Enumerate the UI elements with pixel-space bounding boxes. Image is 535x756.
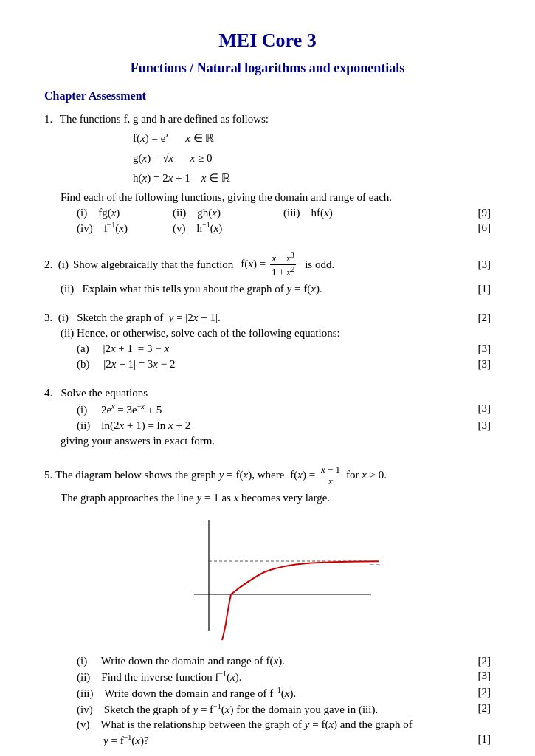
q5i-marks: [2] bbox=[461, 655, 491, 667]
q3ii-intro: (ii) Hence, or otherwise, solve each of … bbox=[61, 327, 491, 340]
question-4: 4. Solve the equations (i) 2ex = 3e−x + … bbox=[44, 387, 491, 447]
chapter-heading: Chapter Assessment bbox=[44, 89, 491, 103]
subtitle: Functions / Natural logarithms and expon… bbox=[44, 61, 491, 76]
q4-intro: 4. Solve the equations bbox=[44, 387, 491, 399]
q5-formula: f(x) = x − 1 x bbox=[290, 464, 343, 487]
q1-intro: The functions f, g and h are defined as … bbox=[60, 113, 269, 125]
q4ii-marks: [3] bbox=[461, 419, 491, 432]
q2ii-text: (ii) Explain what this tells you about t… bbox=[61, 283, 461, 295]
q1-sub-v: (v) h−1(x) bbox=[173, 221, 461, 235]
q5iii-text: (iii) Write down the domain and range of… bbox=[77, 686, 461, 700]
q5-number: 5. bbox=[44, 469, 52, 481]
q1-number: 1. bbox=[44, 113, 52, 125]
q4ii-text: (ii) ln(2x + 1) = ln x + 2 bbox=[77, 419, 461, 432]
q2i-cont: is odd. bbox=[305, 258, 334, 271]
q2-number: 2. (i) bbox=[44, 258, 69, 271]
svg-text:_ _: _ _ bbox=[369, 556, 380, 565]
q5-domain: for x ≥ 0. bbox=[346, 469, 387, 481]
q4-note: giving your answers in exact form. bbox=[61, 435, 491, 447]
q1-sub-i: (i) fg(x) bbox=[77, 207, 173, 219]
q5-graph-note: The graph approaches the line y = 1 as x… bbox=[61, 492, 491, 504]
q5iii-marks: [2] bbox=[461, 686, 491, 698]
q3i-text: 3. (i) Sketch the graph of y = |2x + 1|. bbox=[44, 312, 461, 324]
q1-sub-ii: (ii) gh(x) bbox=[173, 207, 283, 219]
q5v-text: (v) What is the relationship between the… bbox=[77, 718, 461, 731]
q5i-text: (i) Write down the domain and range of f… bbox=[77, 655, 461, 667]
question-2: 2. (i) Show algebraically that the funct… bbox=[44, 251, 491, 295]
q1-def1: f(x) = ex x ∈ ℝ bbox=[133, 128, 491, 148]
main-title: MEI Core 3 bbox=[44, 30, 491, 52]
q1-def3: h(x) = 2x + 1 x ∈ ℝ bbox=[133, 168, 491, 188]
q2i-text: Show algebraically that the function bbox=[73, 258, 233, 271]
question-5: 5. The diagram below shows the graph y =… bbox=[44, 464, 491, 747]
q3b-marks: [3] bbox=[461, 358, 491, 371]
q3b-text: (b) |2x + 1| = 3x − 2 bbox=[77, 358, 461, 371]
q3a-text: (a) |2x + 1| = 3 − x bbox=[77, 343, 461, 355]
q1-sub-iii: (iii) hf(x) bbox=[283, 207, 461, 219]
q3a-marks: [3] bbox=[461, 343, 491, 355]
q5iv-text: (iv) Sketch the graph of y = f−1(x) for … bbox=[77, 702, 461, 716]
question-3: 3. (i) Sketch the graph of y = |2x + 1|.… bbox=[44, 312, 491, 371]
q4i-text: (i) 2ex = 3e−x + 5 bbox=[77, 402, 461, 416]
q1-marks2: [6] bbox=[461, 221, 491, 234]
q2ii-marks: [1] bbox=[461, 283, 491, 295]
svg-text:.: . bbox=[203, 515, 205, 524]
q3i-marks: [2] bbox=[461, 312, 491, 324]
q1-def2: g(x) = √x x ≥ 0 bbox=[133, 148, 491, 168]
q1-sub-iv: (iv) f−1(x) bbox=[77, 221, 173, 235]
q5v-text2: y = f−1(x)? bbox=[103, 733, 461, 747]
q1-marks1: [9] bbox=[461, 207, 491, 219]
graph-diagram: _ _ . bbox=[150, 513, 386, 646]
q5-parts: (i) Write down the domain and range of f… bbox=[77, 655, 491, 747]
q5iv-marks: [2] bbox=[461, 702, 491, 715]
q5ii-text: (ii) Find the inverse function f−1(x). bbox=[77, 670, 461, 684]
q5ii-marks: [3] bbox=[461, 670, 491, 682]
question-1: 1. The functions f, g and h are defined … bbox=[44, 113, 491, 235]
q2i-formula: f(x) = x − x3 1 + x2 bbox=[241, 251, 297, 278]
q2i-marks: [3] bbox=[461, 258, 491, 271]
q5v-marks: [1] bbox=[461, 733, 491, 746]
q5-intro: The diagram below shows the graph y = f(… bbox=[55, 469, 284, 481]
q1-find: Find each of the following functions, gi… bbox=[61, 191, 491, 204]
q4i-marks: [3] bbox=[461, 402, 491, 415]
